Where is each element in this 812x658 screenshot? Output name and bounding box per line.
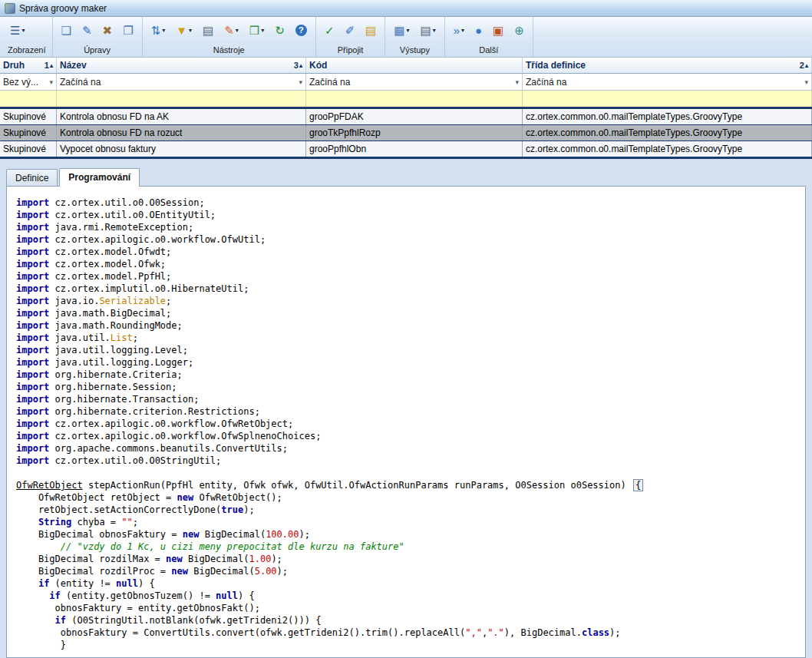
toolbar-group-zobrazeni: ☰▾Zobrazení: [2, 17, 53, 57]
filter-icon: ▼: [176, 25, 187, 36]
delete-record-icon: ✖: [103, 25, 113, 36]
table-export-button[interactable]: ▦▾: [391, 23, 411, 38]
code-line: import org.hibernate.Session;: [16, 381, 800, 393]
table-export-icon: ▦: [394, 25, 404, 36]
code-line: [16, 467, 800, 479]
code-line: OfwRetObject retObject = new OfwRetObjec…: [16, 491, 800, 504]
toolbar-group-label: Zobrazení: [8, 45, 46, 55]
dropdown-arrow-icon: ▾: [433, 27, 436, 34]
toolbar-group-label: Nástroje: [149, 45, 309, 55]
code-line: import cz.ortex.apilogic.o0.workflow.Ofw…: [16, 430, 800, 442]
dropdown-arrow-icon: ▾: [406, 27, 409, 34]
code-line: import cz.ortex.model.Ofwdt;: [16, 246, 800, 258]
refresh-button[interactable]: ↻: [272, 23, 287, 38]
column-header-trida-definice[interactable]: Třída definice2▴: [523, 58, 812, 73]
table-row[interactable]: SkupinovéKontrola obnosu FD na AKgrooPpF…: [0, 109, 812, 125]
code-line: }: [16, 639, 800, 651]
filter-input-kod[interactable]: [306, 91, 523, 107]
code-line: import cz.ortex.model.Ofwk;: [16, 258, 800, 270]
code-line: import java.math.BigDecimal;: [16, 307, 800, 319]
cell-druh: Skupinové: [0, 125, 57, 141]
export-button[interactable]: ❒▾: [247, 23, 266, 38]
cell-kod: grooTkPpfhlRozp: [306, 125, 523, 141]
sort-order-number: 3: [294, 61, 299, 70]
column-header-kod[interactable]: Kód: [306, 58, 523, 73]
code-line: BigDecimal rozdilMax = new BigDecimal(1.…: [16, 553, 800, 565]
code-line: import cz.ortex.apilogic.o0.workflow.Ofw…: [16, 233, 800, 246]
tab-definice[interactable]: Definice: [6, 169, 58, 186]
export-icon: ❒: [249, 25, 259, 36]
grid-header: Druh1▴Název3▴KódTřída definice2▴: [0, 58, 812, 74]
cell-nazev: Kontrola obnosu FD na rozuct: [57, 125, 306, 141]
grid-rows: SkupinovéKontrola obnosu FD na AKgrooPpF…: [0, 109, 812, 159]
code-content: import cz.ortex.util.o0.O0Session;import…: [7, 187, 805, 656]
pen-button[interactable]: ✐: [342, 23, 357, 38]
dropdown-arrow-icon: ▾: [162, 27, 165, 34]
list-icon: ▤: [365, 25, 376, 36]
code-line: import org.apache.commons.beanutils.Conv…: [16, 442, 800, 455]
delete-record-button[interactable]: ✖: [101, 23, 115, 38]
code-line: import java.util.List;: [16, 332, 800, 344]
web-button[interactable]: ⊕: [512, 23, 526, 38]
run-actions-icon: »: [454, 25, 460, 36]
tab-programovani[interactable]: Programování: [59, 168, 140, 187]
sort-order-badge: 2▴: [800, 61, 808, 70]
code-line: String chyba = "";: [16, 516, 800, 528]
titlebar[interactable]: Správa groovy maker: [0, 0, 812, 17]
list-button[interactable]: ▤: [363, 23, 378, 38]
column-header-nazev[interactable]: Název3▴: [57, 58, 306, 73]
view-menu-button[interactable]: ☰▾: [8, 23, 27, 38]
filter-combo-value: Bez vý...: [3, 77, 38, 88]
code-line: import cz.ortex.apilogic.o0.workflow.Ofw…: [16, 418, 800, 430]
edit-record-button[interactable]: ✎: [80, 23, 94, 38]
filter-combo-nazev[interactable]: Začíná na▾: [57, 74, 306, 90]
copy-record-button[interactable]: ❐: [120, 23, 135, 38]
detail-panel: DefiniceProgramování import cz.ortex.uti…: [0, 159, 812, 658]
cell-nazev: Kontrola obnosu FD na AK: [57, 109, 306, 124]
filter-button[interactable]: ▼▾: [173, 23, 194, 38]
check-document-icon: ✓: [325, 25, 335, 36]
code-line: import java.util.logging.Logger;: [16, 356, 800, 369]
help-button[interactable]: ?: [293, 23, 309, 38]
package-button[interactable]: ▣: [490, 23, 506, 38]
check-document-button[interactable]: ✓: [322, 23, 337, 38]
toolbar-group-pripojit: ✓✐▤Připojit: [316, 17, 385, 57]
table-row[interactable]: SkupinovéKontrola obnosu FD na rozuctgro…: [0, 125, 812, 141]
filter-input-nazev[interactable]: [57, 91, 306, 107]
combo-chevron-icon: ▾: [299, 78, 302, 86]
app-icon[interactable]: [5, 3, 15, 14]
code-line: OfwRetObject stepActionRun(PpfHl entity,…: [16, 479, 800, 491]
print-button[interactable]: ▤: [200, 23, 216, 38]
filter-combo-trida-definice[interactable]: Začíná na▾: [523, 74, 812, 90]
toolbar-group-label: Připojit: [322, 45, 378, 55]
sort-button[interactable]: ⇅▾: [149, 23, 168, 38]
table-row[interactable]: SkupinovéVypocet obnosu fakturygrooPpfhl…: [0, 141, 812, 159]
cell-trida-definice: cz.ortex.common.o0.mailTemplateTypes.Gro…: [523, 141, 812, 157]
toolbar-group-vystupy: ▦▾▤▾Výstupy: [385, 17, 444, 57]
grid-search-row: [0, 91, 812, 109]
combo-chevron-icon: ▾: [804, 78, 808, 86]
copy-record-icon: ❐: [123, 25, 133, 36]
filter-combo-druh[interactable]: Bez vý...▾: [0, 74, 57, 90]
key-button[interactable]: ●: [473, 23, 484, 38]
code-line: BigDecimal obnosFaktury = new BigDecimal…: [16, 528, 800, 541]
filter-combo-value: Začíná na: [309, 77, 350, 88]
code-line: import java.rmi.RemoteException;: [16, 221, 800, 233]
column-header-druh[interactable]: Druh1▴: [0, 58, 57, 73]
code-line: if (O0StringUtil.notBlank(ofwk.getTriden…: [16, 614, 800, 627]
cell-kod: grooPpfhlObn: [306, 141, 523, 157]
toolbar: ☰▾Zobrazení❏✎✖❐Úpravy⇅▾▼▾▤✎▾❒▾↻?Nástroje…: [0, 17, 812, 58]
filter-input-druh[interactable]: [0, 91, 57, 107]
dropdown-arrow-icon: ▾: [461, 27, 464, 34]
sort-order-badge: 3▴: [294, 61, 302, 70]
quick-edit-button[interactable]: ✎▾: [222, 23, 241, 38]
code-editor[interactable]: import cz.ortex.util.o0.O0Session;import…: [6, 186, 806, 658]
view-menu-icon: ☰: [10, 25, 20, 36]
combo-chevron-icon: ▾: [49, 78, 53, 86]
new-record-button[interactable]: ❏: [59, 23, 74, 38]
run-actions-button[interactable]: »▾: [451, 23, 467, 38]
filter-combo-kod[interactable]: Začíná na▾: [306, 74, 523, 90]
filter-input-trida-definice[interactable]: [523, 91, 812, 107]
code-line: import java.math.RoundingMode;: [16, 319, 800, 332]
print-output-button[interactable]: ▤▾: [418, 23, 437, 38]
